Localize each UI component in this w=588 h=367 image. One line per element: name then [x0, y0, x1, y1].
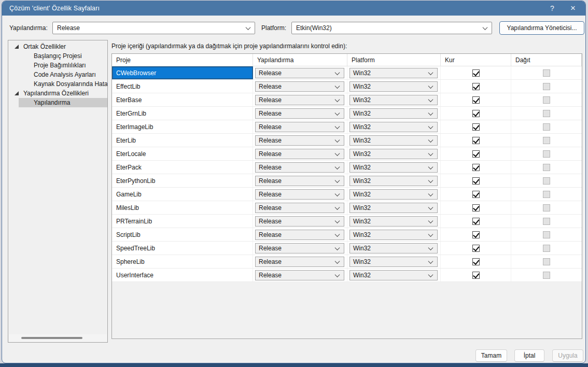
configuration-select[interactable]: Release	[52, 22, 255, 34]
platform-dropdown[interactable]: Win32	[349, 243, 438, 253]
platform-dropdown[interactable]: Win32	[349, 108, 438, 119]
platform-dropdown[interactable]: Win32	[349, 122, 438, 132]
configuration-dropdown[interactable]: Release	[255, 203, 344, 213]
build-checkbox[interactable]	[472, 83, 480, 90]
platform-dropdown[interactable]: Win32	[349, 68, 438, 78]
tree-item-yap-land-rma-zellikleri[interactable]: Yapılandırma Özellikleri	[8, 89, 107, 98]
chevron-down-icon	[428, 124, 433, 129]
tree-item-kaynak-dosyalar-nda-hata[interactable]: Kaynak Dosyalarında Hata	[19, 79, 107, 89]
platform-dropdown[interactable]: Win32	[349, 149, 438, 159]
chevron-down-icon	[428, 110, 433, 116]
project-cell[interactable]: EterPythonLib	[112, 174, 253, 187]
deploy-checkbox	[543, 110, 550, 117]
table-row: UserInterfaceReleaseWin32	[112, 269, 582, 282]
build-checkbox[interactable]	[472, 218, 480, 225]
build-checkbox[interactable]	[472, 69, 480, 77]
tree-item-yap-land-rma[interactable]: Yapılandırma	[19, 98, 107, 107]
build-checkbox[interactable]	[472, 110, 480, 117]
configuration-dropdown[interactable]: Release	[255, 189, 344, 200]
build-checkbox[interactable]	[472, 150, 480, 158]
build-checkbox[interactable]	[472, 272, 480, 279]
configuration-dropdown[interactable]: Release	[255, 95, 344, 105]
build-checkbox[interactable]	[472, 245, 480, 252]
tree-expander-icon[interactable]	[14, 44, 19, 49]
tree-item-ba-lang-projesi[interactable]: Başlangıç Projesi	[19, 51, 107, 61]
configuration-dropdown[interactable]: Release	[255, 162, 344, 173]
project-cell[interactable]: GameLib	[112, 188, 253, 201]
configuration-dropdown[interactable]: Release	[255, 81, 344, 92]
platform-dropdown[interactable]: Win32	[349, 230, 438, 240]
deploy-checkbox	[543, 164, 550, 171]
column-header-da-t[interactable]: Dağıt	[511, 54, 582, 66]
project-cell[interactable]: SphereLib	[112, 255, 253, 268]
build-checkbox[interactable]	[472, 123, 480, 131]
platform-select[interactable]: Etkin(Win32)	[291, 22, 492, 34]
ok-button[interactable]: Tamam	[475, 349, 507, 362]
platform-dropdown[interactable]: Win32	[349, 95, 438, 105]
platform-dropdown[interactable]: Win32	[349, 257, 438, 267]
scrollbar-thumb[interactable]	[21, 337, 82, 339]
platform-dropdown[interactable]: Win32	[349, 270, 438, 280]
close-button[interactable]: ×	[563, 1, 583, 16]
platform-dropdown[interactable]: Win32	[349, 216, 438, 227]
build-checkbox[interactable]	[472, 164, 480, 171]
chevron-down-icon	[428, 205, 433, 210]
configuration-value: Release	[259, 150, 282, 158]
configuration-dropdown[interactable]: Release	[255, 216, 344, 227]
configuration-dropdown[interactable]: Release	[255, 243, 344, 253]
configuration-dropdown[interactable]: Release	[255, 108, 344, 119]
configuration-dropdown[interactable]: Release	[255, 149, 344, 159]
platform-dropdown[interactable]: Win32	[349, 135, 438, 146]
project-cell[interactable]: UserInterface	[112, 269, 253, 281]
configuration-dropdown[interactable]: Release	[255, 257, 344, 267]
tree-item-proje-ba-ml-l-klar-[interactable]: Proje Bağımlılıkları	[19, 61, 107, 70]
platform-dropdown[interactable]: Win32	[349, 203, 438, 213]
project-cell[interactable]: EterGrnLib	[112, 107, 253, 120]
platform-dropdown[interactable]: Win32	[349, 162, 438, 173]
build-checkbox[interactable]	[472, 231, 480, 238]
cancel-button[interactable]: İptal	[514, 349, 544, 362]
build-checkbox[interactable]	[472, 258, 480, 265]
column-header-platform[interactable]: Platform	[347, 54, 441, 66]
project-cell[interactable]: EterLib	[112, 134, 253, 147]
horizontal-scrollbar[interactable]	[9, 334, 107, 342]
grid-rows: CWebBrowserReleaseWin32EffectLibReleaseW…	[112, 66, 582, 282]
deploy-checkbox	[543, 69, 550, 77]
column-header-proje[interactable]: Proje	[112, 54, 253, 66]
deploy-cell	[511, 66, 582, 79]
build-checkbox[interactable]	[472, 204, 480, 211]
project-name: GameLib	[112, 191, 142, 198]
project-cell[interactable]: EffectLib	[112, 80, 253, 93]
column-header-kur[interactable]: Kur	[441, 54, 511, 66]
project-cell[interactable]: ScriptLib	[112, 228, 253, 241]
tree-item-code-analysis-ayarlar-[interactable]: Code Analysis Ayarları	[19, 70, 107, 79]
build-checkbox[interactable]	[472, 191, 480, 198]
help-button[interactable]: ?	[542, 1, 563, 16]
project-cell[interactable]: EterBase	[112, 93, 253, 106]
project-cell[interactable]: CWebBrowser	[112, 66, 253, 79]
configuration-dropdown[interactable]: Release	[255, 230, 344, 240]
configuration-manager-button[interactable]: Yapılandırma Yöneticisi...	[499, 21, 584, 35]
platform-dropdown[interactable]: Win32	[349, 81, 438, 92]
project-cell[interactable]: EterImageLib	[112, 120, 253, 133]
project-cell[interactable]: PRTerrainLib	[112, 215, 253, 228]
build-checkbox[interactable]	[472, 96, 480, 104]
build-checkbox[interactable]	[472, 137, 480, 144]
tree-item-ortak-zellikler[interactable]: Ortak Özellikler	[8, 42, 107, 51]
platform-dropdown[interactable]: Win32	[349, 176, 438, 186]
configuration-dropdown[interactable]: Release	[255, 68, 344, 78]
column-header-yap-land-rma[interactable]: Yapılandırma	[253, 54, 347, 66]
platform-dropdown[interactable]: Win32	[349, 189, 438, 200]
configuration-dropdown[interactable]: Release	[255, 122, 344, 132]
project-cell[interactable]: EterPack	[112, 161, 253, 174]
configuration-dropdown[interactable]: Release	[255, 270, 344, 280]
platform-value: Win32	[353, 191, 371, 198]
project-cell[interactable]: MilesLib	[112, 201, 253, 214]
build-checkbox[interactable]	[472, 177, 480, 185]
deploy-cell	[511, 242, 582, 255]
project-cell[interactable]: SpeedTreeLib	[112, 242, 253, 255]
configuration-dropdown[interactable]: Release	[255, 135, 344, 146]
configuration-dropdown[interactable]: Release	[255, 176, 344, 186]
project-cell[interactable]: EterLocale	[112, 147, 253, 160]
tree-expander-icon[interactable]	[14, 91, 19, 96]
